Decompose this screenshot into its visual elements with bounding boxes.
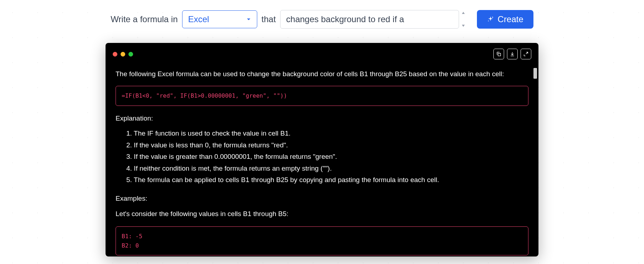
terminal-actions (493, 49, 531, 59)
svg-rect-0 (498, 53, 501, 56)
terminal-window: The following Excel formula can be used … (106, 43, 538, 256)
spinner-down-icon[interactable] (460, 23, 466, 29)
prompt-input[interactable] (280, 10, 459, 29)
terminal-header (106, 43, 538, 65)
examples-heading: Examples: (116, 193, 528, 204)
maximize-icon[interactable] (128, 52, 133, 57)
input-spinner (460, 10, 466, 29)
create-button-label: Create (498, 14, 523, 24)
output-intro: The following Excel formula can be used … (116, 69, 528, 79)
create-button[interactable]: Create (477, 10, 533, 29)
list-item: 5. The formula can be applied to cells B… (126, 175, 528, 185)
example-values-block: B1: -5 B2: 0 (116, 226, 528, 255)
download-button[interactable] (507, 49, 518, 59)
list-item: 2. If the value is less than 0, the form… (126, 140, 528, 151)
language-dropdown[interactable]: Excel (182, 10, 257, 28)
prompt-input-wrap (280, 10, 466, 29)
explanation-list: 1. The IF function is used to check the … (116, 128, 528, 185)
formula-code-block: =IF(B1<0, "red", IF(B1>0.00000001, "gree… (116, 86, 528, 106)
scrollbar-thumb[interactable] (533, 68, 537, 79)
prompt-middle-label: that (262, 14, 276, 24)
list-item: 3. If the value is greater than 0.000000… (126, 151, 528, 162)
sparkle-icon (487, 16, 494, 23)
spinner-up-icon[interactable] (460, 10, 466, 16)
copy-button[interactable] (493, 49, 504, 59)
minimize-icon[interactable] (121, 52, 125, 57)
explanation-heading: Explanation: (116, 113, 528, 124)
expand-button[interactable] (521, 49, 531, 59)
terminal-body: The following Excel formula can be used … (106, 65, 538, 256)
dropdown-selected-value: Excel (188, 14, 243, 24)
list-item: 1. The IF function is used to check the … (126, 128, 528, 139)
list-item: 4. If neither condition is met, the form… (126, 163, 528, 174)
examples-intro: Let's consider the following values in c… (116, 209, 528, 219)
prompt-prefix-label: Write a formula in (111, 14, 178, 24)
window-controls (113, 52, 133, 57)
prompt-bar: Write a formula in Excel that Crea (0, 0, 644, 36)
close-icon[interactable] (113, 52, 117, 57)
caret-down-icon (246, 17, 251, 22)
